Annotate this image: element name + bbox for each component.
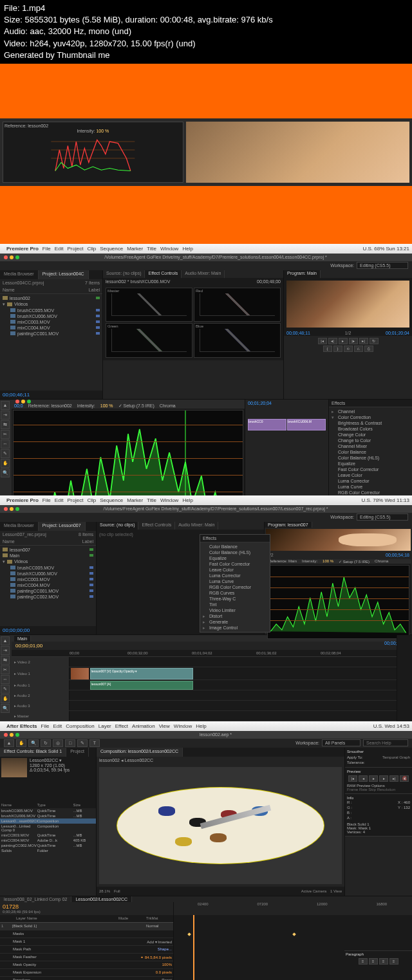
minimize-icon[interactable] [10,507,14,511]
fx-item[interactable]: Equalize [330,461,411,467]
prog-tc-right[interactable]: 00;01;20;04 [386,331,409,335]
pen-tool[interactable]: ✎ [1,685,10,694]
minimize-icon[interactable] [10,733,14,737]
selection-tool[interactable]: ▲ [4,739,14,747]
tab-audio-mixer[interactable]: Audio Mixer: Main [182,270,225,278]
apply-to-dropdown[interactable]: Temporal Graph [382,755,410,759]
fx-folder[interactable]: Color Correction [330,414,411,420]
layer-property[interactable]: Mask Expansion0.0 pixels [0,969,173,977]
menu-edit[interactable]: Edit [55,246,64,252]
tab-effect-controls[interactable]: Effect Controls [145,270,182,278]
shape-tool[interactable]: □ [65,739,75,747]
layer-list[interactable]: Layer NameModeTrkMat 1 [Black Solid 1] N… [0,915,174,980]
list-item[interactable]: brushCC005.MOVQuickTime...MB [0,808,96,813]
menu-sequence[interactable]: Sequence [100,497,123,503]
wf-chroma-check[interactable]: Chroma [160,403,176,408]
list-item[interactable]: Lesson0...Linked Comp 0Composition [0,824,96,833]
project-list[interactable]: lesson002 ▾Videos brushCC005.MOV brushXC… [0,294,102,391]
list-item[interactable]: paintingCC002.MOVQuickTime...MB [0,843,96,848]
tab-project[interactable]: Project: Lesson004C [39,270,89,279]
mac-menubar[interactable]: Premiere Pro File Edit Project Clip Sequ… [0,495,412,505]
step-back-button[interactable]: ◂| [328,338,337,344]
fx-folder[interactable]: Image Control [201,625,268,631]
fx-item[interactable]: Luma Corrector [201,573,268,578]
track-header[interactable]: ▸ Audio 2 [12,690,70,700]
list-item[interactable]: Lesson0...sson002CCComposition [0,818,96,824]
program-view[interactable] [286,281,409,328]
zoom-tool[interactable]: 🔍 [28,739,39,747]
tl-timecode[interactable]: 00;01;20;04 [245,400,328,407]
menu-project[interactable]: Project [68,246,84,252]
fx-item[interactable]: Equalize [201,555,268,561]
slip-tool[interactable]: ↔ [1,439,10,448]
track-header[interactable]: ▸ Audio 3 [12,701,70,710]
layer-property[interactable]: TransformReset [0,977,173,980]
layer-property[interactable]: Masks [0,930,173,938]
timecode[interactable]: 01728 [3,903,19,910]
col-name[interactable]: Name [1,803,37,807]
fx-item[interactable]: Fast Color Corrector [201,561,268,567]
selection-tool[interactable]: ▲ [1,636,10,645]
timeline-clip[interactable]: lesson007 [A] [90,681,193,690]
menu-window[interactable]: Window [160,497,178,503]
timeline-tracks[interactable]: ▸ Video 2 ▸ Video 1 lesson007 [V] Opacit… [12,657,397,721]
fx-item[interactable]: Leave Color [201,567,268,573]
fx-item[interactable]: Color Balance [201,544,268,550]
menu-title[interactable]: Title [147,246,156,252]
tab-effect-controls[interactable]: Effect Controls [138,522,175,530]
menu-title[interactable]: Title [147,497,156,503]
menu-composition[interactable]: Composition [66,723,94,729]
selection-tool[interactable]: ▲ [1,401,10,410]
workspace-dropdown[interactable]: Editing (CS5.5) [357,513,408,521]
mark-in-button[interactable]: { [323,346,332,352]
layer-property[interactable]: Mask 1Add ▾ Inverted [0,938,173,946]
zoom-tool[interactable]: 🔍 [1,468,10,477]
justify-button[interactable]: ≡ [389,958,398,965]
list-item[interactable]: SolidsFolder [0,848,96,853]
menu-file[interactable]: File [42,497,51,503]
align-right-button[interactable]: ≡ [379,958,388,965]
ripple-tool[interactable]: ⇆ [1,420,10,429]
timeline-clip[interactable]: lesson007 [V] Opacity:Opacity ▾ [90,668,193,680]
fx-item[interactable]: Broadcast Colors [330,426,411,432]
mark-out-button[interactable]: } [333,346,342,352]
resolution[interactable]: Full [114,889,120,893]
pen-tool[interactable]: ✎ [77,739,88,747]
razor-tool[interactable]: ✂ [1,430,10,439]
fx-folder[interactable]: Distort [201,613,268,619]
menu-effect[interactable]: Effect [115,723,128,729]
fx-folder[interactable]: Channel [330,409,411,414]
app-name[interactable]: Premiere Pro [6,497,39,503]
fx-item[interactable]: Three-Way C [201,596,268,602]
prog-scale[interactable]: 1/2 [345,331,351,335]
prog-tc-left[interactable]: 00;00;48;11 [286,331,310,335]
search-help-input[interactable] [363,739,408,746]
zoom-level[interactable]: 28.1% [99,889,110,893]
minimize-icon[interactable] [10,255,14,259]
zoom-tool[interactable]: 🔍 [1,704,10,713]
tl-timecode[interactable]: 00;00;01;00 [12,642,397,650]
project-list[interactable]: brushCC005.MOVQuickTime...MB brushXCU006… [0,808,96,853]
fx-item[interactable]: Color Balance (HLS) [330,455,411,461]
menu-animation[interactable]: Animation [132,723,155,729]
align-left-button[interactable]: ≡ [359,958,368,965]
fx-item[interactable]: Color Balance [330,449,411,455]
timeline-clip[interactable]: brushXCU006.M [287,419,326,430]
razor-tool[interactable]: ✂ [1,665,10,674]
hand-tool[interactable]: ✋ [16,739,26,747]
list-item[interactable]: mixCC004.MOVAdobe D...k405 KB [0,838,96,843]
tab-project[interactable]: Project [66,748,89,757]
menu-project[interactable]: Project [68,497,84,503]
track-header[interactable]: ▸ Master [12,711,70,721]
fx-item[interactable]: RGB Color Corrector [330,490,411,495]
extract-button[interactable]: ⎌ [354,346,363,352]
layer-name[interactable]: [Black Solid 1] [11,924,144,928]
project-list[interactable]: lesson007 Main ▾Videos brushCC005.MOV br… [0,546,96,626]
wf-intensity-value[interactable]: 100 % [323,559,333,563]
fx-item[interactable]: RGB Curves [201,590,268,596]
prev-frame-button[interactable]: ◂ [359,775,368,782]
view-count[interactable]: 1 View [330,889,342,893]
tab-program[interactable]: Program: Main [284,270,321,278]
menu-edit[interactable]: Edit [53,723,62,729]
composition-viewer[interactable] [99,767,342,884]
